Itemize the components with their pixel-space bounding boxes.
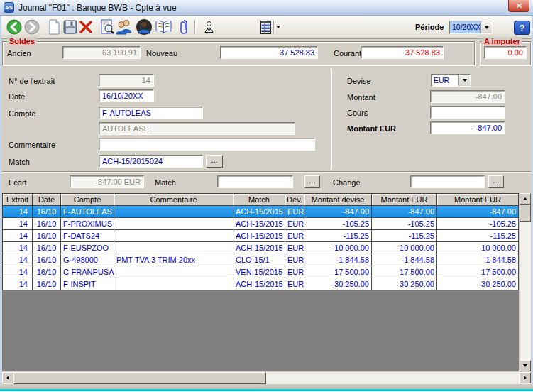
close-button[interactable] bbox=[508, 0, 529, 12]
table-cell: EUR bbox=[285, 230, 304, 242]
table-cell: G-498000 bbox=[61, 254, 114, 266]
table-row[interactable]: 1416/10F-PROXIMUSACH-15/2015EUR-105.25-1… bbox=[2, 218, 519, 230]
soldes-group-label: Soldes bbox=[7, 37, 37, 45]
table-row[interactable]: 1416/10F-DATS24ACH-15/2015EUR-115.25-115… bbox=[2, 230, 519, 242]
column-header[interactable]: Commentaire bbox=[114, 193, 233, 206]
vertical-scrollbar[interactable] bbox=[520, 193, 531, 371]
change-browse-button[interactable]: ... bbox=[488, 175, 504, 188]
extrait-field: 14 bbox=[99, 74, 154, 87]
table-row[interactable]: 1416/10C-FRANPUSAVEN-15/2015EUR17 500.00… bbox=[2, 266, 519, 278]
delete-button[interactable] bbox=[77, 18, 95, 36]
devise-select[interactable]: EUR bbox=[431, 74, 471, 87]
status-bar bbox=[0, 384, 533, 389]
table-cell: 16/10 bbox=[33, 266, 61, 278]
periode-select[interactable]: 10/20XX bbox=[449, 21, 493, 34]
users-button[interactable] bbox=[115, 18, 133, 36]
column-header[interactable]: Extrait bbox=[2, 193, 33, 206]
table-cell: CLO-15/1 bbox=[233, 254, 285, 266]
commentaire-field[interactable] bbox=[99, 138, 315, 151]
table-cell: ACH-15/2015 bbox=[233, 206, 285, 218]
scroll-right-button[interactable] bbox=[520, 372, 531, 383]
ecart-match-label: Match bbox=[155, 178, 176, 187]
title-bar[interactable]: AS Journal "F01" : Banque BWB - Cpte à v… bbox=[0, 0, 533, 16]
table-cell: 16/10 bbox=[33, 218, 61, 230]
user-button[interactable] bbox=[135, 18, 153, 36]
table-cell: -115.25 bbox=[437, 230, 519, 242]
horizontal-scroll-thumb[interactable] bbox=[13, 372, 266, 384]
forward-button[interactable] bbox=[23, 18, 41, 36]
table-row[interactable]: 1416/10F-EUSPZOOACH-15/2015EUR-10 000.00… bbox=[2, 242, 519, 254]
table-cell: EUR bbox=[285, 206, 304, 218]
toolbar: Période 10/20XX ? bbox=[0, 16, 533, 39]
ecart-field: -847.00 EUR bbox=[70, 175, 144, 188]
ecart-match-browse-button[interactable]: ... bbox=[304, 175, 320, 188]
column-header[interactable]: Montant EUR bbox=[372, 193, 437, 206]
change-field[interactable] bbox=[410, 175, 485, 188]
attachment-button[interactable] bbox=[175, 18, 193, 36]
column-header[interactable]: Match bbox=[233, 193, 285, 206]
arrow-right-icon bbox=[524, 376, 527, 380]
table-cell: EUR bbox=[285, 254, 304, 266]
save-icon bbox=[63, 20, 77, 34]
column-header[interactable]: Montant devise bbox=[304, 193, 372, 206]
courant-label: Courant bbox=[334, 49, 361, 58]
scroll-up-button[interactable] bbox=[520, 193, 531, 205]
column-header[interactable]: Dev. bbox=[285, 193, 304, 206]
periode-value: 10/20XX bbox=[450, 21, 480, 33]
help-button[interactable]: ? bbox=[514, 21, 530, 35]
table-row[interactable]: 1416/10G-498000PMT TVA 3 TRIM 20xxCLO-15… bbox=[2, 254, 519, 266]
back-icon bbox=[6, 19, 22, 35]
commentaire-label: Commentaire bbox=[9, 141, 55, 149]
horizontal-scrollbar[interactable] bbox=[2, 372, 531, 384]
column-header[interactable]: Montant EUR bbox=[437, 193, 519, 206]
match-field[interactable]: ACH-15/2015024 bbox=[99, 155, 203, 168]
compte-field[interactable]: F-AUTOLEAS bbox=[99, 107, 203, 119]
person-small-button[interactable] bbox=[199, 18, 218, 36]
vertical-scroll-thumb[interactable] bbox=[520, 205, 531, 222]
table-cell: F-AUTOLEAS bbox=[61, 206, 114, 218]
grid-body: 1416/10F-AUTOLEASACH-15/2015EUR-847.00-8… bbox=[2, 206, 519, 290]
grid-view-button[interactable] bbox=[258, 18, 282, 36]
book-button[interactable] bbox=[154, 18, 172, 36]
date-field[interactable]: 16/10/20XX bbox=[99, 89, 154, 102]
arrow-down-icon bbox=[523, 364, 527, 367]
montant-eur-label: Montant EUR bbox=[347, 124, 396, 133]
window-left-edge bbox=[0, 16, 1, 384]
table-row[interactable]: 1416/10F-INSPITACH-15/2015EUR-30 250.00-… bbox=[2, 278, 519, 290]
periode-dropdown-button[interactable] bbox=[480, 21, 492, 33]
users-icon bbox=[116, 19, 133, 35]
grid-button-divider bbox=[273, 21, 274, 33]
cours-field[interactable] bbox=[430, 106, 505, 119]
devise-dropdown-button[interactable] bbox=[458, 75, 470, 86]
preview-button[interactable] bbox=[98, 18, 116, 36]
table-cell: -1 844.58 bbox=[372, 254, 437, 266]
column-header[interactable]: Compte bbox=[61, 193, 114, 206]
table-cell: -10 000.00 bbox=[372, 242, 437, 254]
match-browse-button[interactable]: ... bbox=[206, 155, 223, 168]
table-cell: F-DATS24 bbox=[61, 230, 114, 242]
close-icon bbox=[516, 3, 522, 9]
montant-eur-field[interactable]: -847.00 bbox=[430, 121, 505, 134]
arrow-up-icon bbox=[523, 197, 527, 200]
table-cell: 16/10 bbox=[33, 242, 61, 254]
column-header[interactable]: Date bbox=[33, 193, 61, 206]
scroll-left-button[interactable] bbox=[2, 372, 13, 383]
window-title: Journal "F01" : Banque BWB - Cpte à vue bbox=[18, 3, 177, 13]
table-row[interactable]: 1416/10F-AUTOLEASACH-15/2015EUR-847.00-8… bbox=[2, 206, 519, 218]
ecart-match-field[interactable] bbox=[217, 175, 293, 188]
entries-grid: ExtraitDateCompteCommentaireMatchDev.Mon… bbox=[2, 193, 519, 371]
scroll-down-button[interactable] bbox=[520, 360, 531, 371]
table-cell: 17 500.00 bbox=[437, 266, 519, 278]
grid-header: ExtraitDateCompteCommentaireMatchDev.Mon… bbox=[2, 193, 519, 206]
compte-name-field: AUTOLEASE bbox=[99, 122, 295, 135]
table-cell: 14 bbox=[2, 254, 33, 266]
periode-label: Période bbox=[415, 23, 444, 31]
table-cell: 14 bbox=[2, 278, 33, 290]
table-cell: EUR bbox=[285, 278, 304, 290]
app-window: AS Journal "F01" : Banque BWB - Cpte à v… bbox=[0, 0, 533, 392]
montant-field: -847.00 bbox=[430, 90, 505, 103]
back-button[interactable] bbox=[5, 18, 23, 36]
table-cell: ACH-15/2015 bbox=[233, 278, 285, 290]
table-cell bbox=[114, 278, 233, 290]
new-document-icon bbox=[48, 19, 61, 35]
